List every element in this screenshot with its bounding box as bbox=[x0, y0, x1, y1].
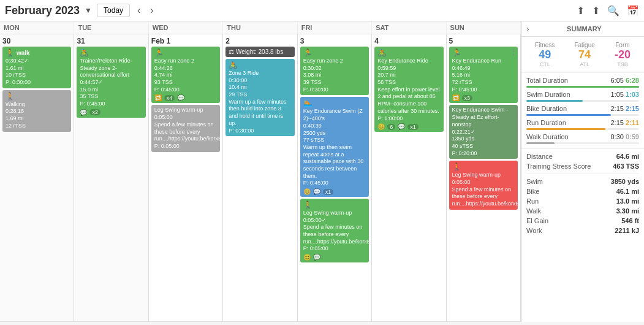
weight-text: Weight: 203.8 lbs bbox=[236, 48, 283, 55]
activity-leg-swing-fri[interactable]: 🚶 Leg Swing warm-up0:05:00✓Spend a few m… bbox=[300, 199, 369, 262]
activity-key-ride[interactable]: 🚴 Key Endurance Ride0:59:5920.7 mi56 TSS… bbox=[374, 47, 443, 132]
tss-row: Training Stress Score 463 TSS bbox=[526, 161, 639, 171]
share-icon[interactable]: ⬆ bbox=[592, 5, 600, 17]
fitness-unit: CTL bbox=[535, 61, 555, 67]
walk-icon: 🚶 bbox=[6, 48, 15, 57]
day-headers: MON TUE WED THU FRI SAT SUN bbox=[0, 21, 521, 34]
activity-easy-run-fri[interactable]: 🏃 Easy run zone 20:30:023.08 mi39 TSSP: … bbox=[300, 47, 369, 95]
calendar: MON TUE WED THU FRI SAT SUN 30 🚶 walk 0:… bbox=[0, 21, 521, 322]
run-dist-label: Run bbox=[526, 197, 539, 205]
activity-details: Walking0:28:181.69 mi12 rTSS bbox=[6, 101, 68, 130]
day-number: 30 bbox=[2, 37, 71, 45]
activity-leg-swing-sun[interactable]: 🚶 Leg Swing warm-up0:05:00Spend a few mi… bbox=[449, 161, 518, 209]
day-cell-thu-2: 2 ⚖ Weight: 203.8 lbs 🚴 Zone 3 Ride0:30:… bbox=[223, 34, 297, 322]
smile-icon: 😊 bbox=[303, 188, 311, 195]
swim-dist-value: 3850 yds bbox=[611, 178, 639, 185]
run-icon: 🏃 bbox=[154, 48, 164, 57]
repeat-icon: 🔁 bbox=[154, 94, 162, 101]
activity-easy-run-wed[interactable]: 🏃 Easy run zone 20:44:264.74 mi93 TSSP: … bbox=[151, 47, 220, 103]
next-button[interactable]: › bbox=[148, 4, 156, 17]
activity-details: Leg Swing warm-up0:05:00✓Spend a few min… bbox=[303, 210, 366, 253]
upload-icon[interactable]: ⬆ bbox=[577, 5, 585, 17]
form-unit: TSB bbox=[615, 61, 631, 67]
bike-duration-row: Bike Duration 2:15 2:15 bbox=[526, 104, 639, 113]
bike-dist-label: Bike bbox=[526, 188, 539, 195]
activity-details: Key Endurance Swim -Steady at Ez effort-… bbox=[452, 107, 515, 157]
swim-duration-value: 1:05 1:03 bbox=[610, 91, 639, 98]
total-duration-value: 6:05 6:28 bbox=[610, 77, 639, 84]
activity-details: Key Endurance Swim (Z 2)--400's0:40:3925… bbox=[303, 108, 366, 187]
activity-weight[interactable]: ⚖ Weight: 203.8 lbs bbox=[225, 47, 294, 57]
day-cell-fri-3: 3 🏃 Easy run zone 20:30:023.08 mi39 TSSP… bbox=[298, 34, 372, 322]
day-cell-tue-31: 31 🚴 Trainer/Peleton Ride- Steady zone 2… bbox=[74, 34, 148, 322]
bike-duration-label: Bike Duration bbox=[526, 105, 567, 112]
fatigue-label: Fatigue bbox=[574, 42, 594, 48]
activity-details: Leg Swing warm-up0:05:00Spend a few minu… bbox=[452, 172, 515, 207]
day-cell-wed-1: Feb 1 🏃 Easy run zone 20:44:264.74 mi93 … bbox=[149, 34, 223, 322]
activity-details: 0:30:42✓1.61 mi10 rTSSP: 0:30:00 bbox=[6, 58, 68, 86]
distance-value: 64.6 mi bbox=[616, 153, 639, 160]
prev-button[interactable]: ‹ bbox=[135, 4, 143, 17]
form-label: Form bbox=[615, 42, 631, 48]
fitness-label: Fitness bbox=[535, 42, 555, 48]
tss-label: Training Stress Score bbox=[526, 162, 591, 170]
walk-duration-value: 0:30 0:59 bbox=[610, 133, 639, 140]
badge-count: x1 bbox=[323, 189, 334, 195]
smile-icon3: 😊 bbox=[377, 123, 385, 130]
walk-dist-value: 3.30 mi bbox=[616, 207, 639, 215]
activity-key-swim[interactable]: 🏊 Key Endurance Swim (Z 2)--400's0:40:39… bbox=[300, 97, 369, 197]
swim-dist-label: Swim bbox=[526, 178, 543, 185]
smile-icon2: 😊 bbox=[303, 254, 311, 261]
activity-key-run[interactable]: 🏃 Key Endurance Run0:46:495.16 mi72 rTSS… bbox=[449, 47, 518, 103]
walk-icon2: 🚶 bbox=[6, 92, 15, 101]
tss-value: 463 TSS bbox=[613, 162, 639, 170]
activity-walk[interactable]: 🚶 walk 0:30:42✓1.61 mi10 rTSSP: 0:30:00 bbox=[2, 47, 71, 88]
run-icon3: 🏃 bbox=[452, 48, 461, 57]
activity-leg-swing-wed[interactable]: Leg Swing warm-up0:05:00Spend a few minu… bbox=[151, 105, 220, 151]
day-header-sat: SAT bbox=[372, 21, 446, 34]
more-menu[interactable]: ⋮ bbox=[509, 47, 518, 56]
activity-walking[interactable]: 🚶 Walking0:28:181.69 mi12 rTSS bbox=[2, 90, 71, 132]
badge-count: x2 bbox=[89, 109, 100, 115]
day-header-mon: MON bbox=[0, 21, 74, 34]
search-icon[interactable]: 🔍 bbox=[607, 5, 619, 17]
smile-count: 6 bbox=[387, 124, 395, 130]
summary-title: SUMMARY bbox=[529, 25, 639, 32]
activity-trainer-ride[interactable]: 🚴 Trainer/Peleton Ride- Steady zone 2- c… bbox=[77, 47, 145, 118]
day-header-thu: THU bbox=[223, 21, 297, 34]
summary-panel: › SUMMARY Fitness 49 CTL Fatigue 74 ATL … bbox=[521, 21, 644, 322]
form-metric: Form -20 TSB bbox=[615, 42, 631, 67]
work-label: Work bbox=[526, 227, 542, 234]
comment-icon: 💬 bbox=[177, 94, 184, 101]
day-number: 4 bbox=[374, 37, 443, 45]
run-duration-value: 2:15 2:11 bbox=[610, 119, 639, 126]
swim-icon: 🏊 bbox=[303, 99, 313, 107]
total-duration-actual: 6:28 bbox=[626, 77, 639, 84]
calendar-icon[interactable]: 📅 bbox=[627, 5, 639, 17]
bike-icon2: 🚴 bbox=[229, 61, 238, 69]
fatigue-metric: Fatigue 74 ATL bbox=[574, 42, 594, 67]
activity-details: Zone 3 Ride0:30:0010.4 mi29 TSSWarm up a… bbox=[229, 70, 291, 134]
walk-icon4: 🚶 bbox=[452, 162, 461, 171]
day-header-tue: TUE bbox=[74, 21, 148, 34]
distance-row: Distance 64.6 mi bbox=[526, 151, 639, 161]
day-number: Feb 1 bbox=[151, 37, 220, 45]
duration-table: Total Duration 6:05 6:28 Swim Duration 1… bbox=[521, 73, 644, 149]
weight-icon: ⚖ bbox=[229, 48, 234, 55]
calendar-grid: 30 🚶 walk 0:30:42✓1.61 mi10 rTSSP: 0:30:… bbox=[0, 34, 521, 322]
day-cell-mon-30: 30 🚶 walk 0:30:42✓1.61 mi10 rTSSP: 0:30:… bbox=[0, 34, 74, 322]
distance-label: Distance bbox=[526, 153, 553, 160]
repeat-icon2: 🔁 bbox=[452, 94, 460, 101]
activity-key-swim-sun[interactable]: Key Endurance Swim -Steady at Ez effort-… bbox=[449, 105, 518, 159]
swim-duration-row: Swim Duration 1:05 1:03 bbox=[526, 90, 639, 99]
today-button[interactable]: Today bbox=[97, 4, 130, 17]
day-header-fri: FRI bbox=[298, 21, 372, 34]
activity-zone3-ride[interactable]: 🚴 Zone 3 Ride0:30:0010.4 mi29 TSSWarm up… bbox=[225, 59, 294, 136]
walk-duration-row: Walk Duration 0:30 0:59 bbox=[526, 132, 639, 142]
activity-title: walk bbox=[17, 50, 30, 56]
day-header-wed: WED bbox=[149, 21, 223, 34]
dropdown-arrow[interactable]: ▼ bbox=[85, 6, 92, 15]
work-value: 2211 kJ bbox=[615, 227, 639, 234]
day-header-sun: SUN bbox=[447, 21, 521, 34]
day-number: 2 bbox=[225, 37, 294, 45]
